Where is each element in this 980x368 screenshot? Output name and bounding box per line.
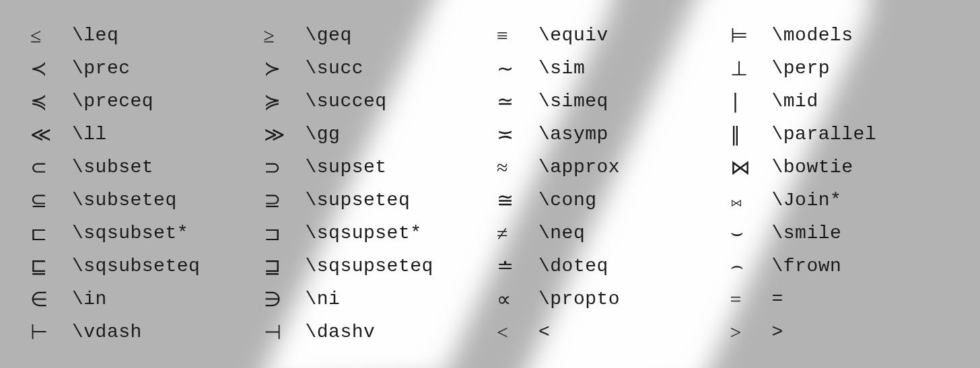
symbol-glyph: ⊣ xyxy=(264,320,306,344)
symbol-row: ∣\mid xyxy=(730,85,950,118)
symbol-row: ≠\neq xyxy=(497,217,717,250)
latex-command: \ll xyxy=(72,124,107,145)
symbol-glyph: = xyxy=(730,288,772,311)
symbol-glyph: ⨝ xyxy=(730,189,772,212)
symbol-glyph: ≅ xyxy=(497,188,538,212)
symbol-glyph: ∝ xyxy=(497,287,538,311)
latex-command: \sqsupseteq xyxy=(306,256,433,277)
latex-command: \geq xyxy=(306,25,352,46)
symbol-row: ⊢\vdash xyxy=(30,316,250,348)
symbol-row: ≃\simeq xyxy=(497,85,717,118)
latex-command: \bowtie xyxy=(772,157,853,178)
latex-command: \cong xyxy=(538,190,597,211)
latex-command: \leq xyxy=(72,25,118,46)
latex-command: \doteq xyxy=(538,256,608,277)
symbol-row: ≍\asymp xyxy=(497,118,717,151)
symbol-row: ⋈\bowtie xyxy=(730,151,950,184)
latex-command: \simeq xyxy=(538,91,608,112)
symbol-glyph: ⊆ xyxy=(30,188,72,212)
symbol-row: ⊥\perp xyxy=(730,52,950,85)
symbol-glyph: ≻ xyxy=(264,57,306,80)
symbol-glyph: ≍ xyxy=(497,122,538,146)
symbol-row: ⌣\smile xyxy=(730,217,950,250)
latex-command: \Join* xyxy=(772,190,842,211)
latex-command: \supset xyxy=(306,157,387,178)
symbol-glyph: ≫ xyxy=(264,122,306,146)
latex-command: \neq xyxy=(538,223,585,244)
latex-command: \mid xyxy=(772,91,818,112)
latex-command: \prec xyxy=(72,58,131,79)
symbol-glyph: ≡ xyxy=(497,24,538,47)
latex-command: = xyxy=(772,289,783,309)
symbol-row: ⊣\dashv xyxy=(264,316,484,348)
latex-command: \supseteq xyxy=(306,190,411,211)
symbol-row: ⊏\sqsubset* xyxy=(30,217,250,250)
symbol-row: ⊑\sqsubseteq xyxy=(30,250,250,283)
latex-command: \frown xyxy=(772,256,842,277)
latex-command: \approx xyxy=(538,157,620,178)
latex-command: \sim xyxy=(538,58,585,79)
symbol-row: ∋\ni xyxy=(264,283,484,316)
symbol-row: >> xyxy=(730,316,950,348)
symbol-glyph: ⊨ xyxy=(730,24,772,47)
symbol-row: ≺\prec xyxy=(30,52,250,85)
symbol-glyph: ≃ xyxy=(497,89,538,113)
latex-command: \parallel xyxy=(772,124,877,145)
symbol-row: ⊆\subseteq xyxy=(30,184,250,217)
symbol-row: ∈\in xyxy=(30,283,250,316)
latex-command: \sqsubset* xyxy=(72,223,188,244)
latex-command: \perp xyxy=(772,58,831,79)
symbol-row: << xyxy=(497,316,717,348)
latex-command: \in xyxy=(72,289,107,309)
symbol-glyph: ⊃ xyxy=(264,155,306,179)
column-2: ≥\geq ≻\succ ≽\succeq ≫\gg ⊃\supset ⊇\su… xyxy=(264,19,484,348)
symbol-row: ≼\preceq xyxy=(30,85,250,118)
symbol-row: ≪\ll xyxy=(30,118,250,151)
symbol-row: ≫\gg xyxy=(264,118,484,151)
symbol-row: ⊐\sqsupset* xyxy=(264,217,484,250)
symbol-row: ≈\approx xyxy=(497,151,717,184)
column-1: ≤\leq ≺\prec ≼\preceq ≪\ll ⊂\subset ⊆\su… xyxy=(30,19,250,348)
latex-command: < xyxy=(538,322,550,342)
latex-command: \sqsubseteq xyxy=(72,256,200,277)
symbol-glyph: ≥ xyxy=(264,24,306,47)
symbol-row: ⨝\Join* xyxy=(730,184,950,217)
latex-command: \models xyxy=(772,25,853,46)
latex-command: \equiv xyxy=(538,25,608,46)
symbol-row: == xyxy=(730,283,950,316)
symbol-glyph: ∼ xyxy=(497,57,538,80)
latex-command: \vdash xyxy=(72,322,142,342)
symbol-row: ⊇\supseteq xyxy=(264,184,484,217)
latex-command: \smile xyxy=(772,223,842,244)
symbol-glyph: ⊇ xyxy=(264,188,306,212)
latex-command: > xyxy=(772,322,783,342)
column-4: ⊨\models ⊥\perp ∣\mid ∥\parallel ⋈\bowti… xyxy=(730,19,950,348)
latex-command: \sqsupset* xyxy=(306,223,422,244)
symbol-row: ≐\doteq xyxy=(497,250,717,283)
latex-command: \subset xyxy=(72,157,153,178)
symbol-row: ∼\sim xyxy=(497,52,717,85)
latex-command: \ni xyxy=(306,289,341,309)
symbol-glyph: ⊑ xyxy=(30,254,72,278)
symbol-glyph: ⊏ xyxy=(30,221,72,245)
symbol-glyph: ≪ xyxy=(30,122,72,146)
symbol-row: ≤\leq xyxy=(30,19,250,52)
symbol-glyph: ⊒ xyxy=(264,254,306,278)
symbol-glyph: ≐ xyxy=(497,254,538,278)
symbol-glyph: ⌣ xyxy=(730,221,772,245)
symbol-glyph: ⊂ xyxy=(30,155,72,179)
latex-command: \preceq xyxy=(72,91,153,112)
symbol-row: ⊨\models xyxy=(730,19,950,52)
latex-command: \subseteq xyxy=(72,190,177,211)
symbol-glyph: ≈ xyxy=(497,156,538,179)
symbol-row: ⊃\supset xyxy=(264,151,484,184)
symbol-glyph: ∥ xyxy=(730,122,772,146)
latex-command: \gg xyxy=(306,124,341,145)
symbol-glyph: ∈ xyxy=(30,287,72,311)
symbol-row: ⊒\sqsupseteq xyxy=(264,250,484,283)
symbol-glyph: ⊐ xyxy=(264,221,306,245)
symbol-glyph: ≤ xyxy=(30,24,72,47)
symbol-glyph: ≺ xyxy=(30,57,72,80)
symbol-table: ≤\leq ≺\prec ≼\preceq ≪\ll ⊂\subset ⊆\su… xyxy=(30,19,950,348)
symbol-glyph: ∋ xyxy=(264,287,306,311)
